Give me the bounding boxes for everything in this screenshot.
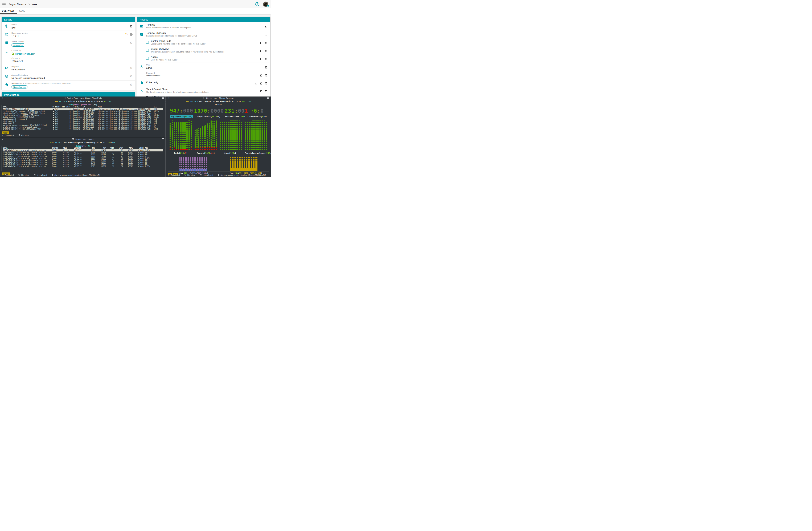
table-row[interactable]: auditlog-558ddfcd49-q9mdl●1/10Running10.… xyxy=(3,108,163,110)
worker-group-chip[interactable]: cpu-worker xyxy=(12,43,25,46)
addon-chip[interactable]: Nginx Ingress xyxy=(12,85,27,88)
tab-yaml[interactable]: YAML xyxy=(17,8,28,14)
table-row[interactable]: ip-10-242-9-188.eu-west-1.compute.intern… xyxy=(3,153,163,155)
pulse-chart-persistentvolumes[interactable]: Persistentvolumes(243:0) xyxy=(245,121,267,155)
column-header: NODE xyxy=(98,106,154,108)
table-cell: 10 xyxy=(106,153,114,155)
table-cell: 1/1 xyxy=(55,126,62,128)
table-row[interactable]: grafana-operators-bkp-544456d5c7-f9m67●1… xyxy=(3,128,163,130)
shortcut-row-nodes: Nodes View the nodes for this cluster xyxy=(137,54,270,62)
table-row[interactable]: ip-10-242-13-154.eu-west-1.compute.inter… xyxy=(3,155,163,157)
pulse-counter-daemonsets[interactable]: ↑6:0Daemonsets(6:0) xyxy=(249,108,267,118)
launch-terminal-button[interactable] xyxy=(260,50,262,53)
details-row-addons: Add-ons (not actively monitored and prov… xyxy=(2,81,135,90)
bar-ok-segment xyxy=(241,122,242,150)
bar xyxy=(216,121,217,150)
table-row[interactable]: ip-10-242-30-97.eu-west-1.compute.intern… xyxy=(3,165,163,167)
table-row[interactable]: ip-10-242-18-201.eu-west-1.compute.inter… xyxy=(3,162,163,163)
bar-error-segment xyxy=(191,148,192,150)
pulse-chart-label[interactable]: Events(1421:61) xyxy=(197,152,215,154)
copy-button[interactable] xyxy=(260,90,262,93)
pulse-counter-label[interactable]: Deployments(947:0) xyxy=(170,115,193,118)
table-cell: 15920 xyxy=(123,159,133,161)
table-row[interactable]: grafana-operators-5bfcfc58cf-w2s24●1/10R… xyxy=(3,126,163,128)
launch-terminal-button[interactable] xyxy=(260,42,262,44)
table-row[interactable]: elasticsearch-logging-0●2/20Running10.40… xyxy=(3,118,163,120)
table-row[interactable]: cluster-autoscaler-666f6bbb97-4pmzd●1/10… xyxy=(3,114,163,116)
bar xyxy=(247,122,248,150)
update-available-icon[interactable]: ↻ xyxy=(126,33,128,36)
usage-bar-fill xyxy=(256,168,257,171)
pulse-counter-replicasets[interactable]: 1070:0000Replicasets(1070:0) xyxy=(194,108,224,118)
pulse-counter-label[interactable]: Replicasets(1070:0) xyxy=(198,115,220,118)
table-cell: 1/1 xyxy=(55,108,62,110)
pulse-counter-label[interactable]: Daemonsets(6:0) xyxy=(249,115,267,118)
close-icon[interactable]: × xyxy=(2,138,3,140)
pulse-chart-pods[interactable]: Pods(694:1) xyxy=(170,121,192,155)
table-row[interactable]: cert-controller-manager-6c4f77fddd-nzb98… xyxy=(3,110,163,112)
breadcrumb-project[interactable]: Project Clusters xyxy=(9,3,26,5)
configure-purpose-gear-icon[interactable]: ⚙ xyxy=(130,67,133,70)
access-row-terminal-shortcuts[interactable]: Terminal Shortcuts Launch preconfigured … xyxy=(137,30,270,38)
table-cell: 9d xyxy=(144,155,163,157)
upgrade-button[interactable]: ↑ xyxy=(130,33,133,36)
table-cell: v1.15.11 xyxy=(74,155,87,157)
bar-ok-segment xyxy=(260,121,261,150)
help-icon[interactable]: ? xyxy=(256,2,259,6)
column-header: RESTARTS xyxy=(62,106,71,108)
table-row[interactable]: ip-10-242-9-128.eu-west-1.compute.intern… xyxy=(3,151,163,153)
launch-terminal-button[interactable] xyxy=(260,58,262,60)
copy-button[interactable] xyxy=(264,66,267,69)
copy-button[interactable] xyxy=(260,74,262,77)
configure-access-restrictions-gear-icon[interactable]: ⚙ xyxy=(130,75,133,78)
reveal-eye-icon[interactable] xyxy=(265,82,267,85)
watch-eye-icon[interactable] xyxy=(265,50,267,53)
pulse-chart-label[interactable]: Pods(694:1) xyxy=(174,152,187,154)
copy-button[interactable] xyxy=(260,82,262,85)
usage-chart-mem[interactable]: Mem 24%(132,811Mi/553,320Mi) xyxy=(230,157,258,174)
terminal-menu-icon[interactable] xyxy=(162,97,164,99)
table-row[interactable]: ip-10-242-18-200.eu-west-1.compute.inter… xyxy=(3,159,163,161)
table-row[interactable]: etcd-main-0●2/20Running10.40.5.111gke-de… xyxy=(3,122,163,124)
usage-chart-cpu[interactable]: Cpu 12%(17,695m/143,280m) xyxy=(179,157,207,174)
table-row[interactable]: ip-10-242-22-180.eu-west-1.compute.inter… xyxy=(3,163,163,165)
table-row[interactable]: cloud-controller-manager-88c89f8b5-fkpch… xyxy=(3,112,163,114)
tab-overview[interactable]: OVERVIEW xyxy=(0,8,17,14)
bar xyxy=(213,121,214,150)
table-row[interactable]: daily-curator-1595225220-6b9zl●0/10Compl… xyxy=(3,116,163,118)
table-cell: 11 xyxy=(106,163,114,165)
terminal-menu-icon[interactable] xyxy=(162,138,164,140)
configure-workers-gear-icon[interactable]: ⚙ xyxy=(130,41,133,44)
pulse-chart-events[interactable]: Events(1421:61) xyxy=(194,121,217,155)
open-terminal-button[interactable] xyxy=(264,25,267,29)
reveal-eye-icon[interactable] xyxy=(265,90,267,93)
close-icon[interactable]: × xyxy=(2,97,3,99)
created-by-link[interactable]: gardener@sap.com xyxy=(15,53,35,55)
bar-ok-segment xyxy=(180,122,182,149)
table-row[interactable]: ip-10-242-7-148.eu-west-1.compute.intern… xyxy=(3,149,163,151)
copy-button[interactable] xyxy=(129,25,133,28)
pulse-chart-label[interactable]: Jobs(129:0) xyxy=(224,152,237,154)
table-row[interactable]: ip-10-242-14-47.eu-west-1.compute.intern… xyxy=(3,157,163,159)
pulse-counter-statefulsets[interactable]: 231:001Statefulsets(231:1) xyxy=(224,108,248,118)
pulse-chart-jobs[interactable]: Jobs(129:0) xyxy=(220,121,242,155)
configure-addons-gear-icon[interactable]: ⚙ xyxy=(130,83,133,86)
bar-error-segment xyxy=(200,148,201,150)
watch-eye-icon[interactable] xyxy=(265,42,267,44)
download-icon[interactable] xyxy=(254,82,258,85)
pulse-counter-deployments[interactable]: 947:000Deployments(947:0) xyxy=(170,108,193,118)
pulse-chart-label[interactable]: Persistentvolumes(243:0) xyxy=(245,152,271,154)
menu-icon[interactable] xyxy=(2,3,5,5)
pulse-counter-label[interactable]: Statefulsets(231:1) xyxy=(225,115,248,118)
usage-bar-top xyxy=(230,157,231,168)
close-icon[interactable]: × xyxy=(168,97,169,99)
terminal-menu-icon[interactable] xyxy=(267,97,269,99)
table-row[interactable]: etcd-events-0●2/20Running10.40.5.110gke-… xyxy=(3,120,163,122)
collapse-chevron-up-icon[interactable] xyxy=(264,33,267,37)
watch-eye-icon[interactable] xyxy=(265,58,267,60)
avatar[interactable] xyxy=(263,2,268,7)
bar xyxy=(214,121,215,150)
table-row[interactable]: gardener-resource-manager-74dc48cbc9-94g… xyxy=(3,124,163,126)
reveal-eye-icon[interactable] xyxy=(265,74,267,77)
created-at-label: Created at xyxy=(12,57,133,59)
